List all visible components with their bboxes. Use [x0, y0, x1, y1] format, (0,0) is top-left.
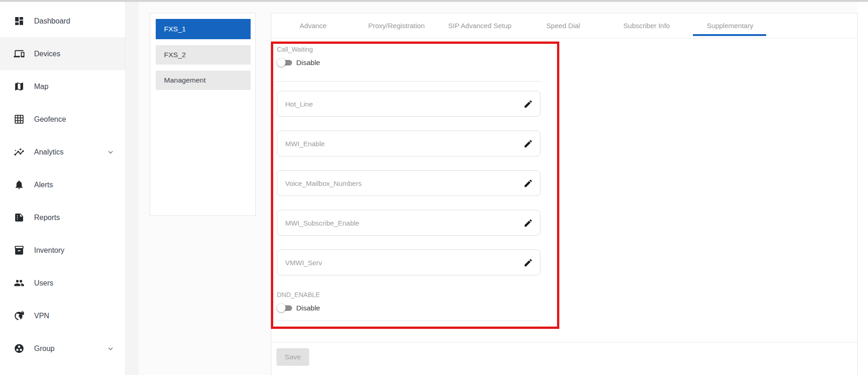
dnd-enable-toggle[interactable]: [277, 304, 292, 313]
chevron-down-icon[interactable]: [106, 344, 115, 353]
sidebar-item-label: Inventory: [34, 246, 65, 255]
sidebar-item-dashboard[interactable]: Dashboard: [0, 5, 125, 37]
line-button-fxs1[interactable]: FXS_1: [156, 19, 251, 39]
edit-pencil-icon[interactable]: [523, 139, 533, 149]
sidebar-item-group[interactable]: Group: [0, 332, 125, 365]
sidebar-item-reports[interactable]: Reports: [0, 201, 125, 234]
call-waiting-value: Disable: [296, 59, 320, 67]
field-vmwi-serv[interactable]: VMWI_Serv: [277, 250, 540, 275]
call-waiting-toggle[interactable]: [277, 58, 292, 67]
dnd-enable-label: DND_ENABLE: [277, 290, 540, 299]
field-voice-mailbox-numbers[interactable]: Voice_Mailbox_Numbers: [277, 170, 540, 196]
sidebar-item-label: VPN: [34, 312, 49, 320]
edit-pencil-icon[interactable]: [523, 99, 533, 109]
sidebar-item-inventory[interactable]: Inventory: [0, 234, 125, 267]
tab-proxy-registration[interactable]: Proxy/Registration: [355, 13, 438, 38]
analytics-insights-icon: [14, 147, 24, 157]
sidebar-item-devices[interactable]: Devices: [0, 37, 125, 70]
tab-advance[interactable]: Advance: [271, 13, 355, 38]
line-button-management[interactable]: Management: [156, 71, 251, 90]
sidebar-item-geofence[interactable]: Geofence: [0, 103, 125, 136]
sidebar: Dashboard Devices Map Geofence Analytics…: [0, 2, 126, 375]
sidebar-item-label: Map: [34, 83, 48, 91]
settings-tabs: Advance Proxy/Registration SIP Advanced …: [271, 13, 857, 38]
devices-icon: [14, 48, 24, 59]
sidebar-item-label: Analytics: [34, 148, 64, 156]
users-people-icon: [14, 278, 24, 288]
save-button[interactable]: Save: [276, 348, 309, 366]
sidebar-rail: [126, 2, 139, 375]
sidebar-item-label: Users: [34, 279, 53, 287]
sidebar-item-label: Group: [34, 345, 54, 353]
reports-document-icon: [14, 212, 24, 223]
inventory-box-icon: [14, 245, 24, 256]
dnd-enable-row: Disable: [277, 302, 540, 314]
sidebar-item-alerts[interactable]: Alerts: [0, 168, 125, 201]
fields-list: Hot_Line MWI_Enable Voice_Mailbox_Number…: [277, 91, 540, 275]
sidebar-item-label: Geofence: [34, 115, 66, 124]
field-mwi-subscribe-enable[interactable]: MWI_Subscribe_Enable: [277, 210, 540, 236]
sidebar-item-label: Devices: [34, 50, 60, 58]
edit-pencil-icon[interactable]: [523, 218, 533, 228]
dashboard-icon: [14, 16, 24, 26]
sidebar-item-label: Dashboard: [34, 17, 70, 25]
sidebar-item-map[interactable]: Map: [0, 70, 125, 103]
group-work-icon: [14, 343, 24, 354]
dnd-enable-value: Disable: [296, 304, 320, 312]
active-tab-underline: [693, 34, 766, 36]
field-mwi-enable[interactable]: MWI_Enable: [277, 131, 540, 156]
tab-sip-advanced-setup[interactable]: SIP Advanced Setup: [438, 13, 522, 38]
sidebar-item-label: Reports: [34, 214, 60, 222]
sidebar-item-analytics[interactable]: Analytics: [0, 136, 125, 168]
edit-pencil-icon[interactable]: [523, 179, 533, 188]
edit-pencil-icon[interactable]: [523, 258, 533, 268]
call-waiting-row: Disable: [277, 57, 540, 69]
call-waiting-label: Call_Waiting: [277, 45, 540, 54]
tab-subscriber-info[interactable]: Subscriber Info: [605, 13, 688, 38]
line-button-fxs2[interactable]: FXS_2: [156, 45, 251, 65]
map-icon: [14, 81, 24, 92]
sidebar-item-vpn[interactable]: VPN: [0, 299, 125, 332]
footer-divider: [271, 342, 857, 342]
chevron-down-icon[interactable]: [106, 148, 115, 157]
line-select-panel: FXS_1 FXS_2 Management: [150, 13, 256, 216]
alerts-bell-icon: [14, 179, 24, 190]
sidebar-item-users[interactable]: Users: [0, 267, 125, 299]
settings-panel: Advance Proxy/Registration SIP Advanced …: [271, 13, 858, 375]
tab-supplementary[interactable]: Supplementary: [688, 13, 772, 38]
divider: [277, 320, 540, 321]
tab-speed-dial[interactable]: Speed Dial: [522, 13, 605, 38]
field-hot-line[interactable]: Hot_Line: [277, 91, 540, 117]
geofence-grid-icon: [14, 114, 24, 125]
sidebar-item-label: Alerts: [34, 181, 53, 189]
divider: [277, 81, 540, 82]
scrollbar-track[interactable]: [858, 2, 868, 375]
vpn-lock-icon: [14, 310, 24, 321]
annotation-highlight-box: Call_Waiting Disable Hot_Line MWI_Enable: [271, 42, 559, 329]
app-window: Dashboard Devices Map Geofence Analytics…: [0, 0, 868, 375]
